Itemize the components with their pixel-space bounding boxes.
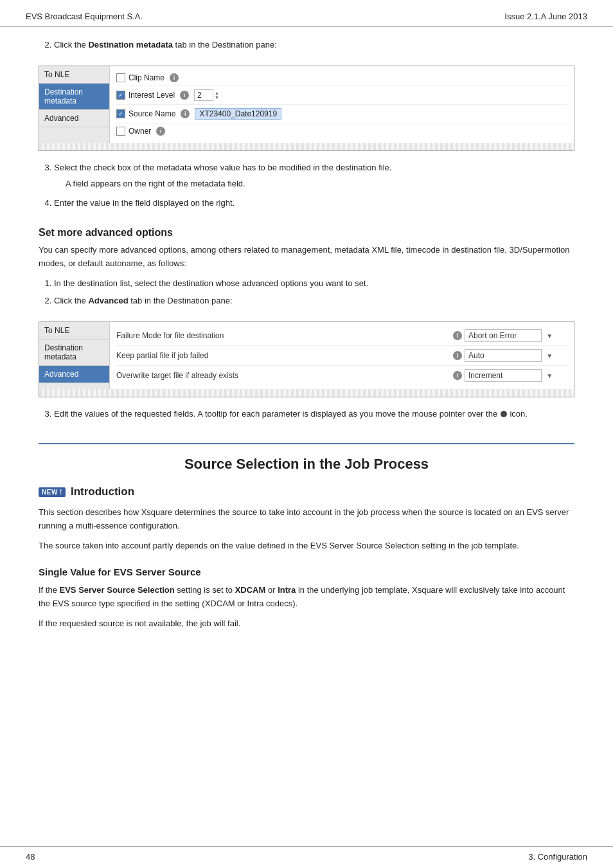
dropdown-partial-arrow: ▼ (546, 352, 553, 359)
single-value-para-1: If the EVS Server Source Selection setti… (39, 584, 574, 611)
sidebar-item-destination-metadata[interactable]: Destination metadata (39, 84, 109, 110)
label-partial: Keep partial file if job failed (116, 351, 450, 360)
footer: 48 3. Configuration (0, 846, 613, 868)
checkbox-owner[interactable] (116, 127, 125, 136)
checkbox-clipname[interactable] (116, 73, 125, 82)
step-4: Enter the value in the field displayed o… (54, 197, 574, 210)
info-icon-clipname: i (170, 73, 179, 82)
adv-step-2: Click the Advanced tab in the Destinatio… (54, 294, 574, 307)
content-area: Click the Destination metadata tab in th… (0, 27, 613, 676)
single-value-bold1: EVS Server Source Selection (60, 585, 175, 595)
adv-row-failure: Failure Mode for file destination i Abor… (116, 326, 567, 346)
single-value-para-2: If the requested source is not available… (39, 617, 574, 631)
step3-text: Select the check box of the metadata who… (54, 163, 391, 172)
ui-main-2: Failure Mode for file destination i Abor… (110, 322, 574, 389)
ui-screenshot-1: To NLE Destination metadata Advanced Cli… (39, 66, 574, 151)
adv-step3-text: Edit the values of the requested fields.… (54, 409, 528, 419)
steps-list-2: Select the check box of the metadata who… (54, 161, 574, 210)
value-interest[interactable]: 2 (194, 89, 213, 101)
intro-heading: NEW ! Introduction (39, 485, 574, 498)
dropdown-overwrite[interactable]: Increment ▼ (465, 369, 553, 382)
sidebar2-item-advanced[interactable]: Advanced (39, 366, 109, 383)
header-issue: Issue 2.1.A June 2013 (504, 12, 587, 21)
dropdown-failure-value: Abort on Error (465, 329, 542, 342)
sidebar2-item-to-nle[interactable]: To NLE (39, 322, 109, 339)
intro-para-2: The source taken into account partly dep… (39, 539, 574, 553)
metadata-row-sourcename: Source Name i XT23400_Date120919 (116, 105, 567, 123)
label-clipname: Clip Name (129, 73, 164, 82)
checkbox-interest[interactable] (116, 91, 125, 100)
ui-screenshot-2: To NLE Destination metadata Advanced Fai… (39, 321, 574, 397)
adv-row-overwrite: Overwrite target file if already exists … (116, 366, 567, 385)
info-icon-owner: i (156, 127, 165, 136)
step-3: Select the check box of the metadata who… (54, 161, 574, 190)
dropdown-failure-arrow: ▼ (546, 332, 553, 339)
single-value-heading: Single Value for EVS Server Source (39, 566, 574, 577)
dropdown-failure[interactable]: Abort on Error ▼ (465, 329, 553, 342)
ui-inner-2: To NLE Destination metadata Advanced Fai… (39, 322, 574, 389)
single-value-bold3: Intra (278, 585, 296, 595)
major-section-heading: Source Selection in the Job Process (39, 443, 574, 473)
adv-row-partial: Keep partial file if job failed i Auto ▼ (116, 346, 567, 366)
dropdown-overwrite-arrow: ▼ (546, 372, 553, 379)
adv-step2-rest: tab in the Destination pane: (129, 296, 233, 305)
ui-sidebar-2: To NLE Destination metadata Advanced (39, 322, 110, 389)
ui-main-1: Clip Name i Interest Level i 2 ▲ ▼ (110, 66, 574, 143)
adv-step2-bold: Advanced (88, 296, 128, 305)
step2-bold: Destination metadata (88, 40, 172, 50)
sidebar-item-to-nle[interactable]: To NLE (39, 66, 109, 84)
new-badge: NEW ! (39, 487, 66, 497)
step2-rest: tab in the Destination pane: (173, 40, 277, 50)
intro-para-1: This section describes how Xsquare deter… (39, 506, 574, 533)
ui-inner-1: To NLE Destination metadata Advanced Cli… (39, 66, 574, 143)
dropdown-partial-value: Auto (465, 349, 542, 362)
footer-section: 3. Configuration (528, 852, 587, 862)
spinner-interest[interactable]: ▲ ▼ (215, 91, 219, 100)
single-value-mid: setting is set to (175, 585, 235, 595)
info-icon-interest: i (180, 91, 189, 100)
info-icon-partial: i (453, 351, 462, 360)
dropdown-overwrite-value: Increment (465, 369, 542, 382)
ui-sidebar-1: To NLE Destination metadata Advanced (39, 66, 110, 143)
sidebar-item-advanced[interactable]: Advanced (39, 110, 109, 127)
info-icon-sourcename: i (181, 109, 190, 118)
info-icon-overwrite: i (453, 371, 462, 380)
adv-step-1: In the destination list, select the dest… (54, 277, 574, 290)
adv-step2-text: Click the Advanced tab in the Destinatio… (54, 296, 233, 305)
dropdown-partial[interactable]: Auto ▼ (465, 349, 553, 362)
metadata-row-interest: Interest Level i 2 ▲ ▼ (116, 86, 567, 105)
label-interest: Interest Level (129, 91, 175, 100)
spinner-up[interactable]: ▲ (215, 91, 219, 95)
sidebar2-item-destination-metadata[interactable]: Destination metadata (39, 339, 109, 366)
intro-heading-text: Introduction (71, 485, 134, 498)
adv-step3-end: icon. (510, 409, 527, 419)
label-failure: Failure Mode for file destination (116, 331, 450, 340)
adv-step-3: Edit the values of the requested fields.… (54, 408, 574, 420)
adv-steps-list-2: Edit the values of the requested fields.… (54, 408, 574, 420)
header: EVS Broadcast Equipment S.A. Issue 2.1.A… (0, 0, 613, 27)
step4-text: Enter the value in the field displayed o… (54, 198, 235, 208)
page: EVS Broadcast Equipment S.A. Issue 2.1.A… (0, 0, 613, 868)
single-value-bold2: XDCAM (235, 585, 266, 595)
value-sourcename[interactable]: XT23400_Date120919 (195, 108, 281, 120)
footer-page-number: 48 (26, 852, 35, 862)
metadata-row-owner: Owner i (116, 123, 567, 139)
step-2: Click the Destination metadata tab in th… (54, 39, 574, 51)
section-heading-advanced: Set more advanced options (39, 227, 574, 239)
step3-note: A field appears on the right of the meta… (66, 177, 574, 190)
value-overwrite: Increment ▼ (465, 369, 567, 382)
header-company: EVS Broadcast Equipment S.A. (26, 12, 143, 21)
metadata-row-clipname: Clip Name i (116, 70, 567, 86)
label-owner: Owner (129, 127, 151, 136)
spinner-down[interactable]: ▼ (215, 95, 219, 100)
steps-list: Click the Destination metadata tab in th… (54, 39, 574, 51)
checkbox-sourcename[interactable] (116, 109, 125, 118)
single-value-or: or (265, 585, 278, 595)
adv-steps-list: In the destination list, select the dest… (54, 277, 574, 307)
adv-step1-text: In the destination list, select the dest… (54, 278, 368, 288)
label-sourcename: Source Name (129, 109, 175, 118)
adv-step3-main: Edit the values of the requested fields.… (54, 409, 497, 419)
step2-text: Click the Destination metadata tab in th… (54, 40, 277, 50)
section-para: You can specify more advanced options, a… (39, 244, 574, 271)
info-icon-failure: i (453, 331, 462, 340)
